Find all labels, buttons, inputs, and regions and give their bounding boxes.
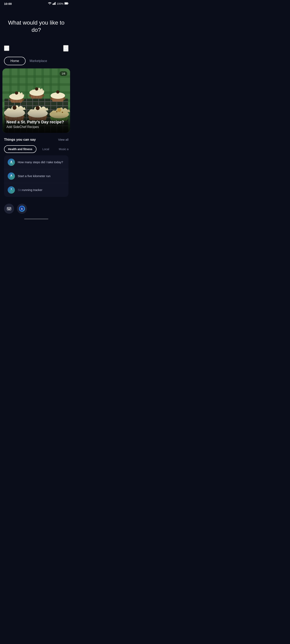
svg-rect-114 bbox=[10, 208, 11, 209]
status-icons: 100% bbox=[48, 2, 69, 6]
suggestion-item-2[interactable]: Start a five kilometer run bbox=[4, 169, 69, 183]
svg-point-104 bbox=[11, 188, 12, 190]
card-title: Need a St. Patty's Day recipe? bbox=[7, 120, 66, 124]
suggestion-item-3[interactable]: Storunning tracker bbox=[4, 183, 69, 197]
view-all-button[interactable]: View all bbox=[58, 138, 69, 141]
svg-rect-0 bbox=[53, 4, 53, 5]
svg-point-10 bbox=[64, 46, 67, 49]
suggestion-icon-3 bbox=[8, 186, 15, 194]
pill-music-audio[interactable]: Music and audio bbox=[55, 145, 69, 153]
svg-rect-115 bbox=[8, 209, 10, 210]
svg-rect-113 bbox=[9, 208, 10, 209]
suggestion-item-1[interactable]: How many steps did I take today? bbox=[4, 155, 69, 169]
wifi-icon bbox=[48, 2, 52, 6]
svg-rect-107 bbox=[8, 208, 8, 208]
bixby-button[interactable]: b bbox=[17, 204, 27, 214]
svg-rect-8 bbox=[5, 48, 9, 48]
signal-icon bbox=[53, 2, 56, 6]
svg-line-11 bbox=[67, 48, 68, 50]
status-time: 10:00 bbox=[4, 2, 12, 6]
suggestion-icon-2 bbox=[8, 172, 15, 180]
menu-button[interactable] bbox=[4, 46, 9, 51]
tabs-container: Home Marketplace bbox=[0, 55, 73, 68]
tab-marketplace[interactable]: Marketplace bbox=[30, 59, 47, 63]
svg-rect-1 bbox=[53, 3, 54, 5]
home-bar bbox=[24, 218, 48, 219]
svg-point-102 bbox=[11, 174, 12, 176]
things-title: Things you can say bbox=[4, 138, 36, 142]
search-button[interactable] bbox=[63, 45, 69, 52]
svg-rect-108 bbox=[8, 208, 9, 208]
svg-rect-5 bbox=[65, 3, 68, 4]
suggestion-text-1: How many steps did I take today? bbox=[18, 160, 63, 164]
svg-rect-7 bbox=[5, 46, 9, 47]
pill-local[interactable]: Local bbox=[39, 145, 53, 153]
svg-rect-111 bbox=[8, 208, 8, 209]
suggestion-text-3: Storunning tracker bbox=[18, 188, 43, 192]
svg-rect-112 bbox=[8, 208, 9, 209]
svg-rect-2 bbox=[54, 2, 55, 5]
suggestion-icon-1 bbox=[8, 158, 15, 166]
featured-card[interactable]: 1/6 Need a St. Patty's Day recipe? Add S… bbox=[3, 68, 70, 133]
things-section: Things you can say View all Health and f… bbox=[0, 133, 73, 200]
suggestion-text-2: Start a five kilometer run bbox=[18, 174, 51, 178]
suggestions-list: How many steps did I take today? Start a… bbox=[4, 155, 69, 197]
card-content: Need a St. Patty's Day recipe? Add SideC… bbox=[3, 116, 70, 133]
card-badge: 1/6 bbox=[60, 71, 67, 76]
battery-icon bbox=[65, 2, 69, 5]
hero-section: What would you like to do? bbox=[0, 7, 73, 42]
category-pills: Health and fitness Local Music and audio… bbox=[4, 145, 69, 154]
svg-rect-6 bbox=[68, 3, 69, 4]
tab-home[interactable]: Home bbox=[4, 57, 26, 65]
bottom-bar: b bbox=[0, 201, 73, 216]
things-header: Things you can say View all bbox=[4, 138, 69, 142]
hero-title: What would you like to do? bbox=[4, 19, 69, 34]
svg-point-100 bbox=[11, 160, 12, 162]
svg-rect-110 bbox=[10, 208, 11, 208]
nav-bar bbox=[0, 42, 73, 55]
bixby-logo: b bbox=[19, 206, 25, 212]
svg-rect-109 bbox=[9, 208, 10, 208]
svg-text:b: b bbox=[21, 207, 23, 210]
svg-rect-9 bbox=[5, 49, 9, 50]
keyboard-button[interactable] bbox=[4, 204, 14, 214]
card-subtitle: Add SideChef Recipes bbox=[7, 125, 66, 129]
home-indicator bbox=[0, 216, 73, 220]
battery-label: 100% bbox=[57, 2, 64, 5]
svg-rect-3 bbox=[55, 2, 56, 5]
status-bar: 10:00 100% bbox=[0, 0, 73, 7]
pill-health-fitness[interactable]: Health and fitness bbox=[4, 145, 37, 153]
